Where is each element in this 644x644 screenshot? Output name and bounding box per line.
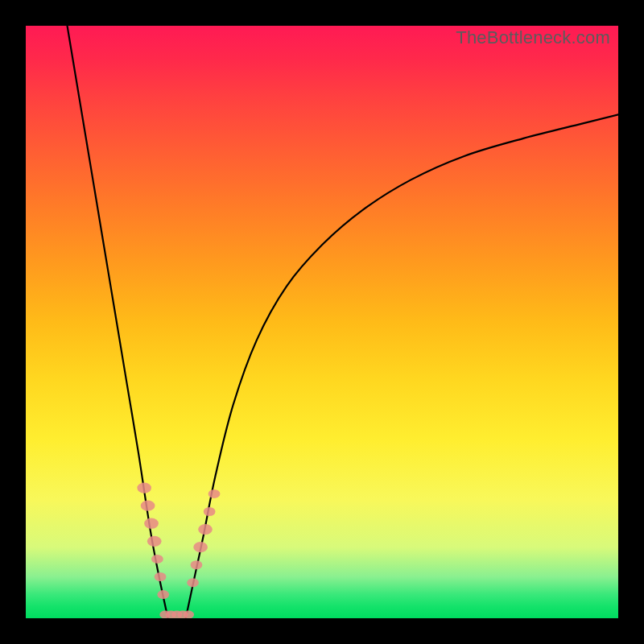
data-marker	[144, 518, 159, 529]
data-marker	[137, 482, 151, 493]
data-marker	[147, 536, 162, 547]
bottleneck-curve	[26, 26, 618, 618]
chart-frame: TheBottleneck.com	[0, 0, 644, 644]
data-marker	[187, 578, 199, 587]
data-marker	[193, 542, 208, 552]
plot-area: TheBottleneck.com	[26, 26, 618, 618]
data-marker	[141, 501, 155, 511]
data-marker	[208, 489, 221, 498]
data-marker	[155, 572, 167, 581]
marker-group	[137, 482, 220, 618]
curve-right-branch	[186, 114, 618, 618]
data-marker	[151, 555, 163, 564]
watermark-text: TheBottleneck.com	[456, 27, 610, 48]
data-marker	[157, 590, 169, 599]
data-marker	[191, 560, 203, 569]
data-marker	[204, 507, 216, 516]
data-marker	[198, 524, 213, 535]
curve-left-branch	[68, 26, 168, 618]
